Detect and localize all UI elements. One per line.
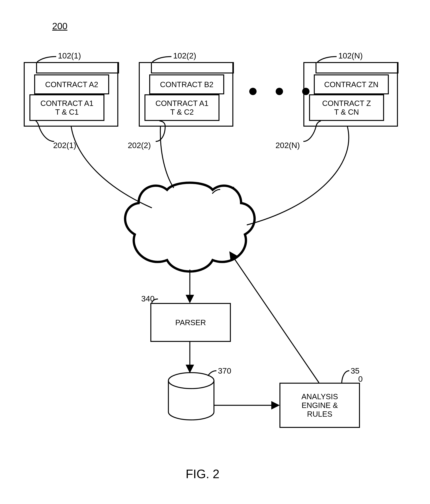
group1-ref: 102(1) <box>58 51 81 60</box>
analysis-ref-a: 35 <box>351 366 359 376</box>
group1-front-line2: T & C1 <box>55 108 79 116</box>
group2-front-contract: CONTRACT A1 T & C2 <box>144 94 219 121</box>
analysis-ref-b: 0 <box>358 375 363 384</box>
figure-reference: 200 <box>52 21 67 31</box>
group2-back-label: CONTRACT B2 <box>160 80 214 89</box>
network-label: NETWORK <box>172 219 211 227</box>
group1-back-label: CONTRACT A2 <box>45 80 98 89</box>
group1-back-contract: CONTRACT A2 <box>34 74 109 94</box>
analysis-line3: RULES <box>307 410 332 418</box>
analysis-line1: ANALYSIS <box>302 392 338 401</box>
svg-point-0 <box>168 373 214 389</box>
figure-caption: FIG. 2 <box>186 467 219 481</box>
groupN-front-contract: CONTRACT Z T & CN <box>309 94 384 121</box>
diagram-canvas: 200 CONTRACT A2 CONTRACT A1 T & C1 102(1… <box>0 0 430 504</box>
groupN-front-line2: T & CN <box>334 108 359 116</box>
parser-block: PARSER <box>150 303 231 342</box>
svg-line-4 <box>230 252 319 383</box>
group1-contract-ref: 202(1) <box>53 141 76 150</box>
parser-ref: 340 <box>141 294 154 303</box>
group2-front-line1: CONTRACT A1 <box>155 99 208 108</box>
group2-back-contract: CONTRACT B2 <box>149 74 224 94</box>
groupN-front-line1: CONTRACT Z <box>322 99 371 108</box>
group2-front-line2: T & C2 <box>170 108 194 116</box>
db-ref: 370 <box>218 366 231 376</box>
group2-contract-ref: 202(2) <box>128 141 151 150</box>
network-ref: 104 <box>222 185 235 194</box>
groupN-back-label: CONTRACT ZN <box>324 80 378 89</box>
group1-front-contract: CONTRACT A1 T & C1 <box>29 94 104 121</box>
group1-front-line1: CONTRACT A1 <box>40 99 93 108</box>
db-label: DB <box>186 392 196 401</box>
analysis-line2: ENGINE & <box>302 401 338 410</box>
groupN-contract-ref: 202(N) <box>276 141 300 150</box>
groupN-ref: 102(N) <box>338 51 363 60</box>
parser-label: PARSER <box>175 318 206 327</box>
groupN-back-contract: CONTRACT ZN <box>314 74 389 94</box>
analysis-block: ANALYSIS ENGINE & RULES <box>279 383 360 428</box>
group2-ref: 102(2) <box>173 51 196 60</box>
